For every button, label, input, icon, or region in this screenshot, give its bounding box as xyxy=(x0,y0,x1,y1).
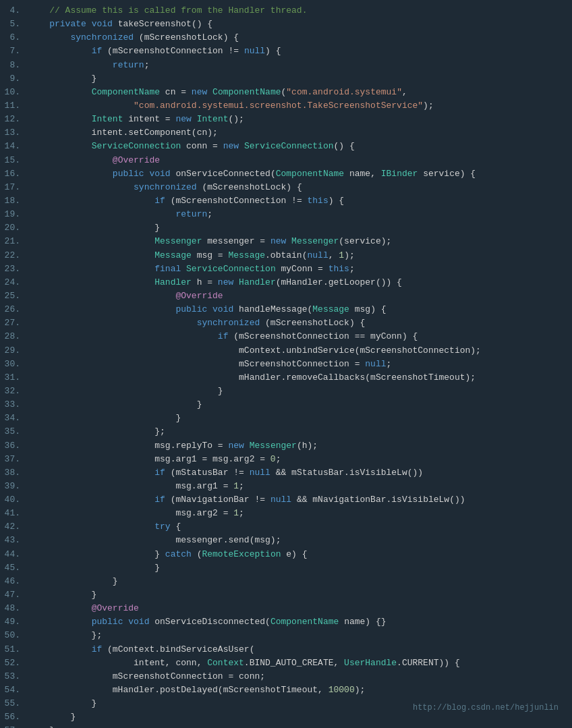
token: && mStatusBar.isVisibleLw()) xyxy=(270,468,423,478)
line-number: 6. xyxy=(0,31,28,45)
token: void xyxy=(149,169,170,179)
code-line-47: 50. }; xyxy=(0,629,572,642)
token: } xyxy=(28,549,165,559)
token: ; xyxy=(207,209,212,219)
code-line-19: 22. Message msg = Message.obtain(null, 1… xyxy=(0,249,572,262)
line-code: Messenger messenger = new Messenger(serv… xyxy=(28,235,572,248)
code-line-28: 31. mHandler.removeCallbacks(mScreenshot… xyxy=(0,371,572,385)
token: null xyxy=(270,495,291,505)
line-code: } xyxy=(28,221,572,235)
code-line-22: 25. @Override xyxy=(0,289,572,303)
token: msg) { xyxy=(349,304,387,314)
line-code: } xyxy=(28,724,572,728)
line-number: 57. xyxy=(0,724,28,728)
line-number: 56. xyxy=(0,710,28,724)
token: ; xyxy=(387,359,392,369)
line-code: messenger.send(msg); xyxy=(28,534,572,547)
token xyxy=(207,304,212,314)
line-number: 53. xyxy=(0,670,28,683)
line-number: 37. xyxy=(0,453,28,466)
line-code: return; xyxy=(28,208,572,221)
code-line-10: 13. intent.setComponent(cn); xyxy=(0,126,572,140)
line-code: } xyxy=(28,575,572,588)
line-code: mScreenshotConnection = null; xyxy=(28,358,572,371)
token: } xyxy=(28,223,160,233)
token xyxy=(28,644,92,654)
code-line-46: 49. public void onServiceDisconnected(Co… xyxy=(0,615,572,629)
token: Intent xyxy=(197,114,229,124)
token xyxy=(233,277,239,287)
token: synchronized xyxy=(134,182,197,192)
line-code: Message msg = Message.obtain(null, 1); xyxy=(28,249,572,262)
token: } xyxy=(28,413,181,423)
token: new xyxy=(192,87,207,97)
line-number: 47. xyxy=(0,588,28,602)
token: (mNavigationBar != xyxy=(165,495,270,505)
line-number: 24. xyxy=(0,276,28,289)
line-number: 50. xyxy=(0,629,28,642)
code-line-3: 6. synchronized (mScreenshotLock) { xyxy=(0,31,572,45)
token: ComponentName xyxy=(270,617,339,627)
code-line-2: 5. private void takeScreenshot() { xyxy=(0,18,572,31)
code-line-38: 41. msg.arg2 = 1; xyxy=(0,507,572,520)
token: } xyxy=(28,712,76,722)
token xyxy=(28,277,154,287)
line-code: }; xyxy=(28,425,572,439)
token: intent = xyxy=(123,114,175,124)
token xyxy=(28,46,92,56)
token: // Assume this is called from the Handle… xyxy=(28,5,307,16)
line-number: 8. xyxy=(0,59,28,72)
line-code: msg.arg1 = msg.arg2 = 0; xyxy=(28,453,572,466)
line-code: public void handleMessage(Message msg) { xyxy=(28,303,572,316)
token: } xyxy=(28,386,223,396)
line-code: if (mContext.bindServiceAsUser( xyxy=(28,643,572,656)
line-number: 25. xyxy=(0,289,28,303)
token xyxy=(28,522,154,532)
token: new xyxy=(218,277,233,287)
code-line-4: 7. if (mScreenshotConnection != null) { xyxy=(0,45,572,58)
line-number: 43. xyxy=(0,534,28,547)
line-code: mScreenshotConnection = conn; xyxy=(28,670,572,683)
token: msg = xyxy=(192,250,229,260)
token: 10000 xyxy=(328,685,355,695)
code-line-41: 44. } catch (RemoteException e) { xyxy=(0,548,572,561)
code-line-1: 4. // Assume this is called from the Han… xyxy=(0,4,572,18)
line-code: Intent intent = new Intent(); xyxy=(28,113,572,126)
code-line-40: 43. messenger.send(msg); xyxy=(0,534,572,547)
line-number: 32. xyxy=(0,385,28,398)
token: Context xyxy=(207,658,244,668)
token: intent, conn, xyxy=(28,658,207,668)
token: } xyxy=(28,698,96,708)
code-line-34: 37. msg.arg1 = msg.arg2 = 0; xyxy=(0,453,572,466)
token: void xyxy=(92,19,113,29)
code-line-15: 18. if (mScreenshotConnection != this) { xyxy=(0,194,572,208)
code-line-24: 27. synchronized (mScreenshotLock) { xyxy=(0,316,572,330)
line-code: mHandler.postDelayed(mScreenshotTimeout,… xyxy=(28,683,572,697)
token xyxy=(28,318,197,328)
token xyxy=(28,291,175,301)
token: if xyxy=(154,196,165,206)
token: void xyxy=(128,617,149,627)
code-line-50: 53. mScreenshotConnection = conn; xyxy=(0,670,572,683)
line-number: 27. xyxy=(0,316,28,330)
line-number: 12. xyxy=(0,113,28,126)
token: ); xyxy=(344,250,355,260)
token: Messenger xyxy=(291,236,339,246)
token: RemoteException xyxy=(202,549,281,559)
code-line-6: 9. } xyxy=(0,72,572,86)
line-code: @Override xyxy=(28,154,572,167)
line-code: } xyxy=(28,588,572,602)
line-code: return; xyxy=(28,59,572,72)
token xyxy=(28,182,134,192)
token: this xyxy=(307,196,328,206)
line-code: public void onServiceDisconnected(Compon… xyxy=(28,615,572,629)
token: } xyxy=(28,399,202,410)
code-line-51: 54. mHandler.postDelayed(mScreenshotTime… xyxy=(0,683,572,697)
token: ServiceConnection xyxy=(92,141,181,151)
token: myConn = xyxy=(276,264,328,274)
token: { xyxy=(171,522,181,532)
line-number: 7. xyxy=(0,45,28,58)
token: @Override xyxy=(175,291,223,301)
token xyxy=(28,155,113,165)
token xyxy=(28,603,92,613)
